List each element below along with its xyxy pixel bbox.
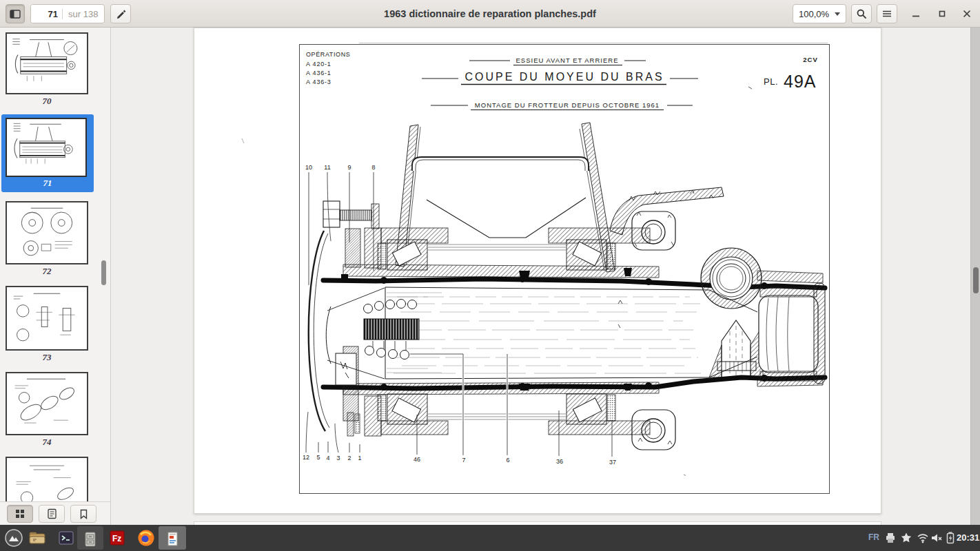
hamburger-icon: [881, 8, 892, 19]
taskbar: Fz FR: [0, 525, 980, 551]
thumbnail-label: 70: [6, 96, 88, 107]
sidebar-toggle-button[interactable]: [6, 4, 25, 23]
operation-ref: A 436-1: [306, 70, 331, 76]
keyboard-layout-indicator[interactable]: FR: [868, 532, 879, 542]
plate-label: PL.: [764, 76, 778, 87]
minimize-icon: [910, 8, 921, 19]
operation-ref: A 436-3: [306, 79, 331, 85]
callout-4: 4: [326, 455, 329, 461]
callout-3: 3: [336, 455, 340, 461]
callout-10: 10: [305, 164, 312, 171]
thumbnail-sketch: [7, 373, 87, 434]
filezilla-glyph: Fz: [112, 534, 121, 543]
sidebar-tab-bar: [0, 501, 110, 525]
barrel-shading: [387, 293, 701, 373]
thumbnail-page-70[interactable]: [6, 32, 88, 94]
minimize-button[interactable]: [910, 8, 922, 20]
sidebar-scrollbar-thumb[interactable]: [101, 260, 106, 285]
pdf-viewer-window: sur 138 1963 dictionnaire de reparation …: [0, 0, 980, 551]
plate-number: 49A: [784, 72, 816, 91]
annotate-button[interactable]: [110, 4, 131, 23]
callout-9: 9: [347, 164, 351, 171]
thumbnail-sketch: [7, 119, 85, 176]
main-scrollbar-thumb[interactable]: [973, 267, 979, 293]
callout-36: 36: [556, 458, 563, 465]
bookmark-icon: [79, 509, 88, 519]
vehicle-model: 2CV: [803, 56, 817, 63]
firefox-icon[interactable]: [136, 528, 156, 548]
callout-46: 46: [414, 456, 420, 463]
page-number-input[interactable]: [31, 5, 62, 23]
terminal-icon[interactable]: [57, 528, 76, 548]
menu-button[interactable]: [877, 4, 897, 23]
zoom-level-value: 100,0%: [799, 9, 835, 19]
thumbnail-sketch: [7, 202, 87, 263]
thumbnail-page-73[interactable]: [6, 286, 88, 351]
headerbar: sur 138 1963 dictionnaire de reparation …: [0, 0, 980, 28]
subtitle: MONTAGE DU FROTTEUR DEPUIS OCTOBRE 1961: [475, 101, 660, 109]
thumbnails-sidebar: 70: [0, 28, 111, 525]
main-title: COUPE DU MOYEU DU BRAS: [465, 71, 664, 83]
callout-2: 2: [347, 455, 351, 461]
grid-icon: [15, 509, 25, 519]
callout-1: 1: [358, 455, 361, 461]
tab-bookmarks[interactable]: [70, 505, 96, 523]
printer-icon[interactable]: [884, 532, 897, 544]
cross-section-drawing: [309, 123, 825, 450]
filezilla-icon[interactable]: Fz: [108, 528, 127, 548]
battery-charging-icon[interactable]: [944, 532, 957, 544]
callout-8: 8: [371, 164, 375, 171]
maximize-button[interactable]: [936, 8, 948, 20]
thumbnail-label-selected: 71: [1, 178, 94, 189]
window-title: 1963 dictionnaire de reparation planches…: [384, 0, 596, 28]
thumbnail-label: 74: [6, 437, 88, 448]
drawing-title-block: OPÉRATIONS A 420-1 A 436-1 A 436-3 ESSIE…: [306, 51, 818, 110]
archive-manager-task-tile[interactable]: [77, 526, 103, 550]
thumbnail-sketch: [7, 287, 87, 349]
thumbnail-label: 73: [6, 352, 88, 363]
sidebar-icon: [9, 8, 21, 20]
page-total-label: sur 138: [62, 9, 104, 19]
activities-logo-icon[interactable]: [4, 528, 23, 548]
file-manager-icon[interactable]: [28, 528, 47, 548]
document-canvas[interactable]: OPÉRATIONS A 420-1 A 436-1 A 436-3 ESSIE…: [111, 28, 980, 525]
thumbnail-sketch: [7, 34, 87, 93]
tab-annotations[interactable]: [39, 505, 65, 523]
page-number-entry: sur 138: [30, 4, 105, 23]
callout-12: 12: [303, 454, 309, 461]
section-title: ESSIEU AVANT ET ARRIERE: [515, 56, 618, 64]
chevron-down-icon: [835, 12, 840, 16]
technical-drawing: OPÉRATIONS A 420-1 A 436-1 A 436-3 ESSIE…: [194, 28, 882, 514]
main-scrollbar[interactable]: [970, 28, 980, 525]
callout-37: 37: [609, 459, 616, 466]
clock[interactable]: 20:31: [957, 532, 979, 543]
thumbnail-label: 72: [6, 266, 88, 277]
notes-icon: [47, 508, 57, 519]
thumbnail-page-74[interactable]: [6, 372, 88, 435]
pdf-page: OPÉRATIONS A 420-1 A 436-1 A 436-3 ESSIE…: [194, 28, 881, 514]
callout-6: 6: [506, 457, 509, 464]
volume-muted-icon[interactable]: [930, 532, 943, 544]
document-viewer-task-tile[interactable]: [159, 526, 186, 550]
operations-heading: OPÉRATIONS: [306, 51, 350, 58]
callout-5: 5: [316, 454, 320, 461]
tab-thumbnails[interactable]: [7, 505, 33, 523]
operation-ref: A 420-1: [306, 61, 331, 67]
pencil-icon: [115, 8, 126, 19]
callout-7: 7: [462, 457, 465, 464]
thumbnail-page-71[interactable]: [6, 118, 87, 177]
wifi-icon[interactable]: [917, 532, 929, 544]
content-area: 70: [0, 28, 980, 525]
document-viewer-icon: [163, 530, 182, 549]
maximize-icon: [937, 8, 948, 19]
close-icon: [961, 8, 972, 19]
zoom-level-dropdown[interactable]: 100,0%: [793, 4, 846, 23]
archive-manager-icon: [81, 530, 100, 549]
callout-11: 11: [324, 164, 330, 171]
thumbnail-page-72[interactable]: [6, 201, 88, 264]
star-icon[interactable]: [900, 532, 912, 544]
search-button[interactable]: [851, 4, 872, 23]
search-icon: [856, 8, 867, 19]
close-button[interactable]: [961, 8, 973, 20]
thumbnail-selected-highlight: 71: [1, 114, 94, 192]
